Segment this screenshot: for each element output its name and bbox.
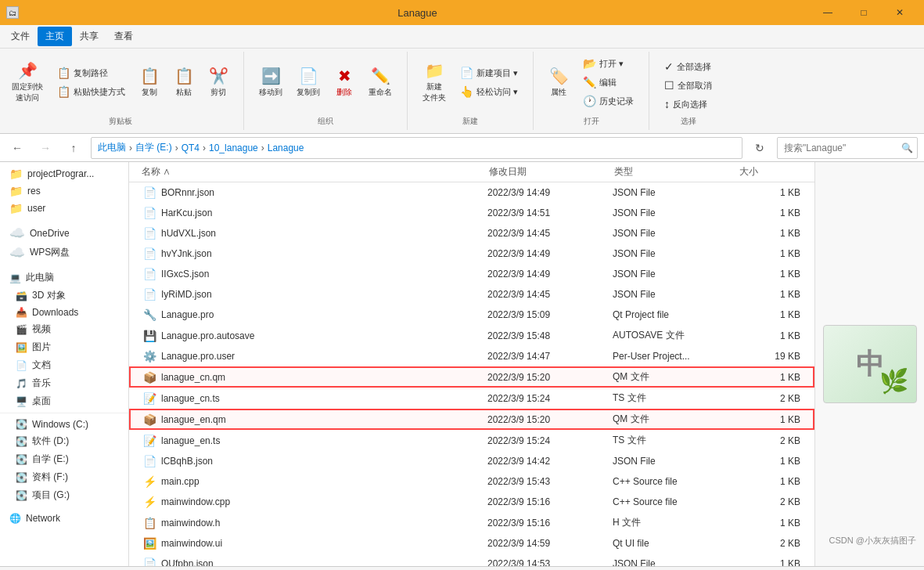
sidebar-item-videos[interactable]: 🎬 视频 — [0, 320, 128, 338]
history-button[interactable]: 🕐 历史记录 — [577, 92, 639, 110]
col-header-date[interactable]: 修改日期 — [489, 165, 614, 179]
drive-g-icon: 💽 — [16, 490, 27, 501]
file-row[interactable]: ⚡ mainwindow.cpp 2022/3/9 15:16 C++ Sour… — [129, 492, 814, 512]
file-row[interactable]: 🖼️ mainwindow.ui 2022/3/9 14:59 Qt UI fi… — [129, 533, 814, 554]
path-current[interactable]: Lanague — [268, 142, 304, 153]
file-row[interactable]: 💾 Lanague.pro.autosave 2022/3/9 15:48 AU… — [129, 325, 814, 346]
cloud-icon: ☁️ — [9, 225, 25, 240]
file-date: 2022/3/9 15:20 — [487, 414, 613, 425]
history-icon: 🕐 — [583, 95, 596, 107]
path-computer[interactable]: 此电脑 — [98, 141, 126, 154]
sidebar-item-documents[interactable]: 📄 文档 — [0, 356, 128, 374]
path-drive[interactable]: 自学 (E:) — [135, 141, 172, 154]
file-date: 2022/3/9 14:51 — [487, 207, 613, 218]
address-path[interactable]: 此电脑 › 自学 (E:) › QT4 › 10_lanague › Lanag… — [91, 137, 742, 159]
col-header-type[interactable]: 类型 — [614, 165, 739, 179]
sidebar-item-drive-e[interactable]: 💽 自学 (E:) — [0, 450, 128, 468]
sidebar-item-onedrive[interactable]: ☁️ OneDrive — [0, 223, 128, 243]
sidebar-item-downloads[interactable]: 📥 Downloads — [0, 305, 128, 320]
file-date: 2022/3/9 14:59 — [487, 538, 613, 549]
file-row[interactable]: 📄 OUfpbn.json 2022/3/9 14:53 JSON File 1… — [129, 554, 814, 566]
file-name-cell: 📝 lanague_cn.ts — [143, 392, 487, 405]
invert-selection-button[interactable]: ↕ 反向选择 — [659, 96, 717, 113]
file-row[interactable]: 📋 mainwindow.h 2022/3/9 15:16 H 文件 1 KB — [129, 512, 814, 533]
refresh-button[interactable]: ↻ — [749, 137, 771, 159]
sidebar-item-desktop[interactable]: 🖥️ 桌面 — [0, 392, 128, 410]
file-name-cell: 📝 lanague_en.ts — [143, 435, 487, 447]
move-to-button[interactable]: ➡️ 移动到 — [253, 63, 288, 102]
sidebar-item-projectprograr[interactable]: 📁 projectPrograr... — [0, 165, 128, 182]
sidebar-item-3d-objects[interactable]: 🗃️ 3D 对象 — [0, 287, 128, 305]
sidebar-item-network[interactable]: 🌐 Network — [0, 510, 128, 526]
file-row[interactable]: 📄 HarKcu.json 2022/3/9 14:51 JSON File 1… — [129, 203, 814, 223]
file-type: JSON File — [613, 289, 738, 300]
sidebar-item-drive-f[interactable]: 💽 资料 (F:) — [0, 468, 128, 486]
select-none-button[interactable]: ☐ 全部取消 — [659, 77, 717, 94]
sidebar-item-drive-g[interactable]: 💽 项目 (G:) — [0, 486, 128, 504]
menu-file[interactable]: 文件 — [3, 27, 38, 46]
copy-to-button[interactable]: 📄 复制到 — [291, 63, 325, 102]
easy-access-button[interactable]: 👆 轻松访问 ▾ — [455, 83, 523, 100]
menu-view[interactable]: 查看 — [106, 27, 141, 46]
path-qt4[interactable]: QT4 — [182, 142, 200, 153]
paste-shortcut-button[interactable]: 📋 粘贴快捷方式 — [52, 83, 131, 100]
file-row[interactable]: 🔧 Lanague.pro 2022/3/9 15:09 Qt Project … — [129, 305, 814, 325]
sidebar-item-user[interactable]: 📁 user — [0, 200, 128, 217]
preview-card: 中 🌿 — [823, 325, 917, 403]
close-button[interactable]: ✕ — [882, 0, 918, 25]
rename-button[interactable]: ✏️ 重命名 — [363, 63, 397, 102]
scissors-icon: ✂️ — [209, 67, 228, 85]
file-row[interactable]: 📄 BORnnr.json 2022/3/9 14:49 JSON File 1… — [129, 182, 814, 203]
copy-path-button[interactable]: 📋 复制路径 — [52, 64, 131, 81]
minimize-button[interactable]: — — [810, 0, 846, 25]
open-button[interactable]: 📂 打开 ▾ — [577, 55, 639, 72]
menu-home[interactable]: 主页 — [38, 27, 72, 46]
file-name: HarKcu.json — [161, 207, 212, 218]
search-box: 🔍 — [777, 137, 918, 159]
cut-button[interactable]: ✂️ 剪切 — [203, 63, 234, 102]
file-type-icon: 📋 — [143, 517, 156, 529]
pin-to-quickaccess-button[interactable]: 📌 固定到快速访问 — [6, 57, 49, 107]
menu-share[interactable]: 共享 — [72, 27, 106, 46]
file-row[interactable]: 📝 lanague_cn.ts 2022/3/9 15:24 TS 文件 2 K… — [129, 388, 814, 409]
forward-button[interactable]: → — [34, 137, 56, 159]
file-row[interactable]: 📦 lanague_cn.qm 2022/3/9 15:20 QM 文件 1 K… — [129, 366, 814, 388]
file-row[interactable]: 📄 IyRiMD.json 2022/3/9 14:45 JSON File 1… — [129, 284, 814, 305]
file-row[interactable]: ⚙️ Lanague.pro.user 2022/3/9 14:47 Per-U… — [129, 346, 814, 366]
properties-button[interactable]: 🏷️ 属性 — [543, 63, 574, 102]
sidebar-item-pictures[interactable]: 🖼️ 图片 — [0, 338, 128, 356]
sidebar-item-wps[interactable]: ☁️ WPS网盘 — [0, 243, 128, 262]
maximize-button[interactable]: □ — [846, 0, 882, 25]
copy-button[interactable]: 📋 复制 — [134, 63, 165, 102]
search-input[interactable] — [784, 142, 901, 153]
file-row[interactable]: ⚡ main.cpp 2022/3/9 15:43 C++ Source fil… — [129, 471, 814, 492]
file-row[interactable]: 📄 IIGxcS.json 2022/3/9 14:49 JSON File 1… — [129, 264, 814, 284]
sidebar-item-music[interactable]: 🎵 音乐 — [0, 374, 128, 392]
new-item-button[interactable]: 📄 新建项目 ▾ — [455, 64, 523, 81]
path-lanague-folder[interactable]: 10_lanague — [209, 142, 258, 153]
up-button[interactable]: ↑ — [63, 137, 84, 159]
folder-icon: 📁 — [9, 168, 23, 180]
sidebar-item-drive-c[interactable]: 💽 Windows (C:) — [0, 417, 128, 432]
open-col: 📂 打开 ▾ ✏️ 编辑 🕐 历史记录 — [577, 55, 639, 110]
edit-button[interactable]: ✏️ 编辑 — [577, 74, 639, 91]
file-row[interactable]: 📝 lanague_en.ts 2022/3/9 15:24 TS 文件 2 K… — [129, 430, 814, 451]
delete-button[interactable]: ✖ 删除 — [329, 63, 360, 102]
file-row[interactable]: 📄 hUdVXL.json 2022/3/9 14:45 JSON File 1… — [129, 223, 814, 244]
file-size: 1 KB — [738, 518, 800, 529]
sidebar-item-this-pc[interactable]: 💻 此电脑 — [0, 269, 128, 287]
file-row[interactable]: 📄 hvYJnk.json 2022/3/9 14:49 JSON File 1… — [129, 244, 814, 264]
file-type-icon: 📦 — [143, 413, 156, 426]
back-button[interactable]: ← — [6, 137, 28, 159]
paste-button[interactable]: 📋 粘贴 — [168, 63, 200, 102]
new-folder-button[interactable]: 📁 新建文件夹 — [417, 57, 451, 107]
download-icon: 📥 — [16, 307, 27, 318]
col-header-size[interactable]: 大小 — [739, 165, 802, 179]
file-row[interactable]: 📄 lCBqhB.json 2022/3/9 14:42 JSON File 1… — [129, 451, 814, 471]
file-name: OUfpbn.json — [161, 558, 214, 566]
col-header-name[interactable]: 名称 ∧ — [142, 165, 489, 179]
file-row[interactable]: 📦 lanague_en.qm 2022/3/9 15:20 QM 文件 1 K… — [129, 409, 814, 430]
sidebar-item-drive-d[interactable]: 💽 软件 (D:) — [0, 432, 128, 450]
sidebar-item-res[interactable]: 📁 res — [0, 182, 128, 200]
select-all-button[interactable]: ✓ 全部选择 — [659, 58, 717, 75]
